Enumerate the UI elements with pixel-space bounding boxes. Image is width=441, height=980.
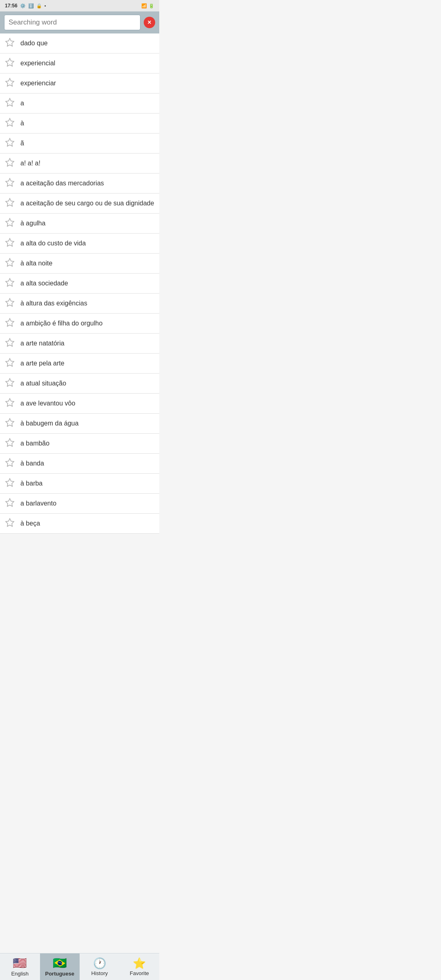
svg-marker-21 <box>6 459 14 466</box>
word-text: a ave levantou vôo <box>20 399 75 408</box>
list-item[interactable]: à beça <box>0 514 159 534</box>
list-item[interactable]: a! a! a! <box>0 154 159 174</box>
star-icon[interactable] <box>5 398 16 409</box>
wifi-icon: 📶 <box>141 3 147 9</box>
word-text: à agulha <box>20 219 45 228</box>
list-item[interactable]: a <box>0 94 159 114</box>
list-item[interactable]: ã <box>0 134 159 154</box>
svg-marker-22 <box>6 479 14 486</box>
star-icon[interactable] <box>5 378 16 389</box>
word-text: a! a! a! <box>20 159 40 168</box>
svg-marker-15 <box>6 339 14 346</box>
star-icon[interactable] <box>5 218 16 229</box>
search-input-wrapper <box>4 15 140 30</box>
star-icon[interactable] <box>5 418 16 429</box>
word-text: experiencial <box>20 59 55 68</box>
settings-icon: ⚙️ <box>20 3 26 9</box>
star-icon[interactable] <box>5 458 16 469</box>
list-item[interactable]: à agulha <box>0 214 159 234</box>
list-item[interactable]: a aceitação das mercadorias <box>0 174 159 194</box>
list-item[interactable]: a arte natatória <box>0 334 159 354</box>
svg-marker-14 <box>6 318 14 326</box>
security-icon: 🔒 <box>36 3 42 9</box>
svg-marker-12 <box>6 278 14 286</box>
list-item[interactable]: experienciar <box>0 74 159 94</box>
star-icon[interactable] <box>5 158 16 169</box>
list-item[interactable]: dado que <box>0 33 159 53</box>
word-text: à banda <box>20 459 44 468</box>
svg-marker-20 <box>6 439 14 446</box>
status-bar: 17:56 ⚙️ ℹ️ 🔒 • 📶 🔋 <box>0 0 159 11</box>
list-item[interactable]: à barba <box>0 474 159 494</box>
star-icon[interactable] <box>5 238 16 249</box>
word-text: a arte pela arte <box>20 359 65 368</box>
list-item[interactable]: a barlavento <box>0 494 159 514</box>
word-text: a aceitação das mercadorias <box>20 179 104 188</box>
word-text: à barba <box>20 479 42 488</box>
word-text: à babugem da água <box>20 419 78 428</box>
star-icon[interactable] <box>5 38 16 49</box>
word-text: a alta do custo de vida <box>20 239 86 248</box>
svg-marker-7 <box>6 178 14 186</box>
info-icon: ℹ️ <box>28 3 34 9</box>
list-item[interactable]: a alta do custo de vida <box>0 234 159 254</box>
svg-marker-4 <box>6 118 14 126</box>
svg-marker-16 <box>6 359 14 366</box>
star-icon[interactable] <box>5 298 16 309</box>
star-icon[interactable] <box>5 478 16 489</box>
star-icon[interactable] <box>5 258 16 269</box>
svg-marker-2 <box>6 78 14 86</box>
star-icon[interactable] <box>5 438 16 449</box>
word-text: à altura das exigências <box>20 299 87 308</box>
list-item[interactable]: à <box>0 114 159 134</box>
list-item[interactable]: a atual situação <box>0 374 159 394</box>
list-item[interactable]: à banda <box>0 454 159 474</box>
search-bar: × <box>0 11 159 33</box>
list-item[interactable]: a aceitação de seu cargo ou de sua digni… <box>0 194 159 214</box>
star-icon[interactable] <box>5 78 16 89</box>
svg-marker-6 <box>6 158 14 166</box>
star-icon[interactable] <box>5 98 16 109</box>
word-text: a atual situação <box>20 379 66 388</box>
star-icon[interactable] <box>5 338 16 349</box>
word-text: a aceitação de seu cargo ou de sua digni… <box>20 199 154 208</box>
star-icon[interactable] <box>5 358 16 369</box>
svg-marker-1 <box>6 58 14 66</box>
word-text: a alta sociedade <box>20 279 68 288</box>
star-icon[interactable] <box>5 58 16 69</box>
star-icon[interactable] <box>5 178 16 189</box>
svg-marker-23 <box>6 499 14 506</box>
search-input[interactable] <box>9 18 136 27</box>
word-list: dado que experiencial experienciar a à ã… <box>0 33 159 534</box>
list-item[interactable]: a bambão <box>0 434 159 454</box>
list-item[interactable]: à babugem da água <box>0 414 159 434</box>
word-text: à alta noite <box>20 259 52 268</box>
svg-marker-19 <box>6 419 14 426</box>
list-item[interactable]: a alta sociedade <box>0 274 159 294</box>
list-item[interactable]: experiencial <box>0 53 159 74</box>
list-item[interactable]: a arte pela arte <box>0 354 159 374</box>
star-icon[interactable] <box>5 318 16 329</box>
list-item[interactable]: à alta noite <box>0 254 159 274</box>
list-item[interactable]: à altura das exigências <box>0 294 159 314</box>
word-text: à <box>20 119 24 128</box>
star-icon[interactable] <box>5 498 16 509</box>
star-icon[interactable] <box>5 518 16 529</box>
star-icon[interactable] <box>5 118 16 129</box>
word-text: a ambição é filha do orgulho <box>20 319 102 328</box>
svg-marker-11 <box>6 258 14 266</box>
svg-marker-17 <box>6 379 14 386</box>
svg-marker-10 <box>6 238 14 246</box>
word-text: à beça <box>20 519 40 528</box>
list-item[interactable]: a ave levantou vôo <box>0 394 159 414</box>
star-icon[interactable] <box>5 278 16 289</box>
word-text: experienciar <box>20 79 56 88</box>
list-item[interactable]: a ambição é filha do orgulho <box>0 314 159 334</box>
clear-button[interactable]: × <box>144 17 155 28</box>
star-icon[interactable] <box>5 198 16 209</box>
star-icon[interactable] <box>5 138 16 149</box>
svg-marker-9 <box>6 218 14 226</box>
word-text: a bambão <box>20 439 49 448</box>
dot-indicator: • <box>45 3 46 8</box>
word-text: a arte natatória <box>20 339 65 348</box>
